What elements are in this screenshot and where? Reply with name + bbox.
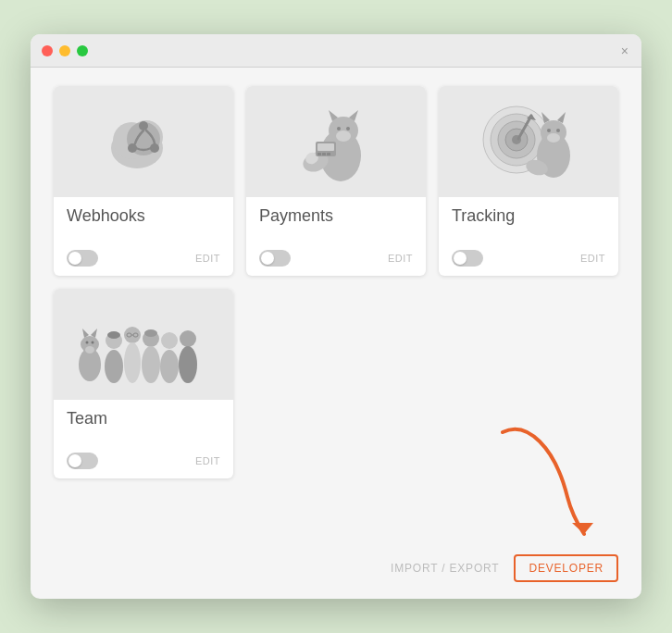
svg-point-15 bbox=[346, 127, 350, 130]
team-card: Team EDIT bbox=[54, 289, 233, 478]
svg-point-49 bbox=[142, 346, 160, 383]
svg-rect-20 bbox=[327, 153, 330, 155]
svg-point-13 bbox=[336, 130, 351, 142]
tracking-card-title: Tracking bbox=[452, 206, 605, 226]
payments-card-image bbox=[246, 86, 426, 197]
svg-point-33 bbox=[547, 129, 551, 132]
payments-card-body: Payments bbox=[246, 197, 426, 244]
webhooks-toggle[interactable] bbox=[67, 250, 98, 267]
footer: IMPORT / EXPORT DEVELOPER bbox=[31, 545, 641, 599]
svg-point-47 bbox=[124, 342, 141, 383]
svg-point-52 bbox=[180, 330, 196, 347]
developer-button[interactable]: DEVELOPER bbox=[514, 554, 618, 582]
team-card-image bbox=[54, 289, 233, 400]
minimize-traffic-button[interactable] bbox=[59, 45, 70, 56]
payments-card-title: Payments bbox=[259, 206, 413, 226]
svg-point-4 bbox=[139, 121, 148, 130]
svg-point-43 bbox=[92, 341, 94, 344]
top-cards-row: Webhooks EDIT bbox=[54, 86, 618, 276]
svg-point-53 bbox=[179, 346, 197, 383]
webhooks-illustration bbox=[102, 100, 185, 183]
payments-illustration bbox=[290, 95, 382, 188]
payments-card-footer: EDIT bbox=[246, 244, 426, 276]
app-window: × bbox=[31, 34, 641, 599]
svg-point-55 bbox=[144, 329, 157, 337]
tracking-card-footer: EDIT bbox=[439, 244, 618, 276]
team-card-title: Team bbox=[67, 409, 220, 428]
tracking-edit-button[interactable]: EDIT bbox=[580, 253, 605, 264]
close-icon[interactable]: × bbox=[621, 43, 628, 58]
tracking-card: Tracking EDIT bbox=[439, 86, 618, 276]
main-content: Webhooks EDIT bbox=[31, 68, 641, 545]
team-card-footer: EDIT bbox=[54, 447, 233, 478]
titlebar: × bbox=[31, 34, 641, 68]
webhooks-card-body: Webhooks bbox=[54, 197, 233, 244]
import-export-button[interactable]: IMPORT / EXPORT bbox=[391, 562, 499, 575]
webhooks-card-footer: EDIT bbox=[54, 244, 233, 276]
svg-point-51 bbox=[160, 350, 179, 383]
payments-toggle[interactable] bbox=[259, 250, 291, 267]
svg-point-41 bbox=[85, 346, 94, 354]
svg-rect-18 bbox=[317, 153, 321, 155]
svg-rect-19 bbox=[322, 153, 326, 155]
svg-point-14 bbox=[337, 127, 341, 130]
team-illustration bbox=[69, 298, 218, 391]
team-toggle[interactable] bbox=[67, 453, 98, 469]
tracking-card-image bbox=[439, 86, 618, 197]
team-edit-button[interactable]: EDIT bbox=[195, 455, 220, 466]
tracking-toggle[interactable] bbox=[452, 250, 483, 267]
bottom-cards-row: Team EDIT bbox=[54, 289, 618, 478]
svg-point-54 bbox=[107, 331, 120, 339]
svg-point-50 bbox=[161, 332, 178, 349]
svg-point-45 bbox=[105, 350, 123, 383]
svg-point-34 bbox=[556, 129, 560, 132]
payments-card: Payments EDIT bbox=[246, 86, 426, 276]
svg-point-42 bbox=[86, 341, 89, 344]
svg-rect-17 bbox=[317, 143, 334, 151]
tracking-card-body: Tracking bbox=[439, 197, 618, 244]
webhooks-edit-button[interactable]: EDIT bbox=[195, 253, 220, 264]
team-card-body: Team bbox=[54, 400, 233, 447]
webhooks-card-title: Webhooks bbox=[67, 206, 220, 226]
maximize-traffic-button[interactable] bbox=[77, 45, 88, 56]
payments-edit-button[interactable]: EDIT bbox=[388, 253, 413, 264]
webhooks-card: Webhooks EDIT bbox=[54, 86, 233, 276]
webhooks-card-image bbox=[54, 86, 233, 197]
svg-point-32 bbox=[547, 133, 560, 143]
close-traffic-button[interactable] bbox=[42, 45, 53, 56]
tracking-illustration bbox=[478, 95, 579, 188]
